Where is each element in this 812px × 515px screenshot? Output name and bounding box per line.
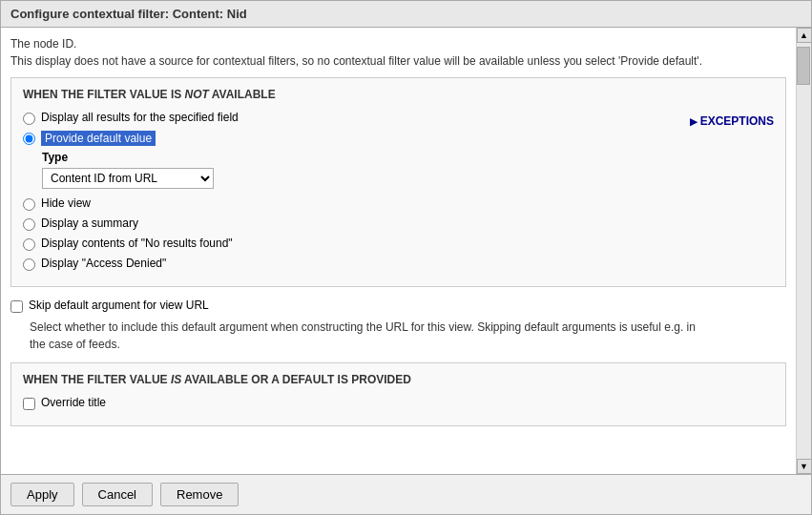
radio-display-no-results[interactable] (23, 238, 35, 251)
skip-default-label: Skip default argument for view URL (29, 299, 209, 312)
override-title-label: Override title (41, 396, 106, 409)
section-not-available-title: WHEN THE FILTER VALUE IS NOT AVAILABLE (23, 88, 774, 101)
info-line2: This display does not have a source for … (10, 52, 786, 70)
radio-row-summary: Display a summary (23, 216, 774, 231)
override-title-row: Override title (23, 396, 774, 410)
radio-all-results-label: Display all results for the specified fi… (41, 111, 239, 124)
radio-row-all-results: Display all results for the specified fi… (23, 111, 239, 125)
section-available: WHEN THE FILTER VALUE IS AVAILABLE OR A … (10, 362, 786, 426)
override-title-checkbox[interactable] (23, 398, 35, 410)
dialog-content: The node ID. This display does not have … (1, 28, 796, 474)
radio-row-hide-view: Hide view (23, 196, 774, 211)
apply-button[interactable]: Apply (10, 483, 74, 506)
exceptions-link[interactable]: EXCEPTIONS (690, 114, 774, 128)
scrollbar-track[interactable] (797, 43, 811, 459)
type-select[interactable]: Content ID from URL (42, 168, 214, 189)
scrollbar-down-button[interactable]: ▼ (797, 459, 812, 474)
radio-access-denied[interactable] (23, 258, 35, 271)
section-available-title-italic: IS (171, 373, 181, 386)
radio-row-no-results: Display contents of "No results found" (23, 237, 774, 251)
scrollbar-thumb[interactable] (797, 47, 810, 85)
info-text-block: The node ID. This display does not have … (10, 35, 786, 70)
radio-all-results[interactable] (23, 113, 35, 125)
radio-hide-view[interactable] (23, 198, 35, 211)
skip-description: Select whether to include this default a… (30, 319, 786, 353)
radio-provide-default[interactable] (23, 133, 35, 145)
skip-default-row: Skip default argument for view URL (10, 299, 786, 313)
radio-display-summary-label: Display a summary (41, 216, 138, 230)
skip-default-checkbox[interactable] (10, 300, 23, 313)
cancel-button[interactable]: Cancel (82, 483, 153, 506)
type-section: Type Content ID from URL (42, 151, 774, 189)
radio-display-summary[interactable] (23, 218, 35, 231)
radio-hide-view-label: Hide view (41, 196, 91, 210)
section-title-italic: NOT (185, 88, 209, 101)
radio-row-provide-default: Provide default value (23, 131, 774, 145)
section-title-part1: WHEN THE FILTER VALUE IS (23, 88, 185, 101)
scrollbar: ▲ ▼ (796, 28, 811, 474)
skip-desc-line1: Select whether to include this default a… (30, 319, 786, 336)
info-line1: The node ID. (10, 35, 786, 52)
section-available-title-part2: AVAILABLE OR A DEFAULT IS PROVIDED (181, 373, 411, 386)
dialog-footer: Apply Cancel Remove (1, 474, 811, 514)
scrollbar-up-button[interactable]: ▲ (797, 28, 812, 43)
radio-provide-default-label: Provide default value (41, 131, 156, 145)
type-label: Type (42, 151, 774, 164)
remove-button[interactable]: Remove (160, 483, 239, 506)
radio-access-denied-label: Display "Access Denied" (41, 257, 166, 270)
section-title-part2: AVAILABLE (209, 88, 276, 101)
radio-row-all-results-row: Display all results for the specified fi… (23, 111, 774, 131)
dialog-title: Configure contextual filter: Content: Ni… (1, 1, 811, 28)
configure-dialog: Configure contextual filter: Content: Ni… (0, 0, 812, 515)
radio-display-no-results-label: Display contents of "No results found" (41, 237, 233, 250)
radio-row-access-denied: Display "Access Denied" (23, 257, 774, 271)
section-available-title: WHEN THE FILTER VALUE IS AVAILABLE OR A … (23, 373, 774, 386)
dialog-body: The node ID. This display does not have … (1, 28, 811, 474)
section-not-available: WHEN THE FILTER VALUE IS NOT AVAILABLE D… (10, 77, 786, 287)
section-available-title-part1: WHEN THE FILTER VALUE (23, 373, 171, 386)
skip-desc-line2: the case of feeds. (30, 336, 786, 353)
